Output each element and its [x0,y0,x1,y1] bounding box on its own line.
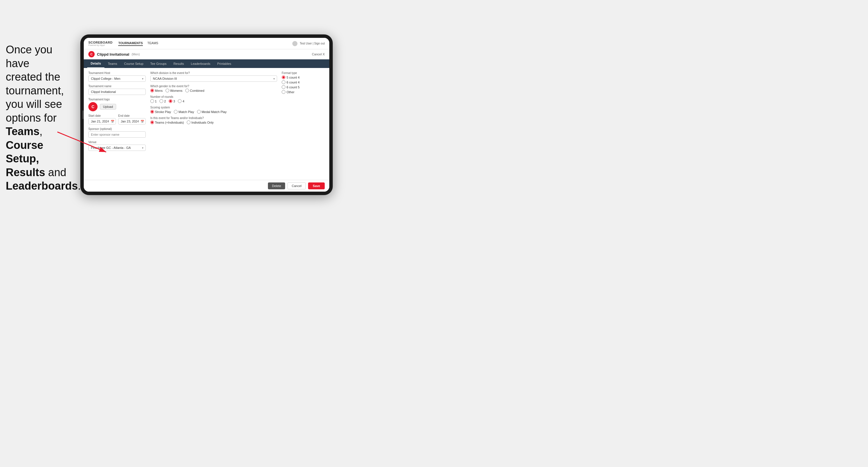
top-nav: SCOREBOARD Powered by clippd TOURNAMENTS… [84,38,329,49]
tab-teams[interactable]: Teams [104,60,121,68]
gender-group: Which gender is the event for? Mens Wome… [150,85,277,92]
form-col-left: Tournament Host Clippd College - Men Tou… [88,71,146,177]
gender-womens-radio[interactable] [165,89,169,92]
instruction-line1: Once you havecreated thetournament,you w… [6,43,64,124]
tournament-logo-letter: C [90,53,93,56]
venue-group: Venue Peachtree GC - Atlanta - GA [88,141,146,151]
rounds-3[interactable]: 3 [169,99,175,103]
venue-select[interactable]: Peachtree GC - Atlanta - GA [88,145,146,151]
rounds-3-label: 3 [173,99,175,103]
format-6count4[interactable]: 6 count 4 [282,80,325,84]
tablet-screen: SCOREBOARD Powered by clippd TOURNAMENTS… [84,38,329,192]
tab-leaderboards[interactable]: Leaderboards [187,60,214,68]
scoring-match[interactable]: Match Play [174,110,194,114]
end-calendar-icon: 📅 [141,120,144,123]
format-5count4[interactable]: 5 count 4 [282,75,325,79]
scoring-stroke-label: Stroke Play [155,110,171,114]
user-info: Test User | Sign out [300,42,325,45]
scoring-stroke-radio[interactable] [150,110,154,114]
logo-text: SCOREBOARD [88,41,113,44]
format-label: Format type [282,71,325,74]
format-other[interactable]: Other [282,90,325,94]
tab-tee-groups[interactable]: Tee Groups [147,60,170,68]
start-calendar-icon: 📅 [111,120,114,123]
scoring-match-radio[interactable] [174,110,178,114]
end-date-wrapper: 📅 [118,118,146,124]
rounds-1-label: 1 [155,99,157,103]
format-6count5-radio[interactable] [282,85,285,89]
upload-button[interactable]: Upload [100,104,116,110]
logo-label: Tournament logo [88,98,146,101]
rounds-3-radio[interactable] [169,99,173,103]
rounds-2-radio[interactable] [159,99,163,103]
tab-course-setup[interactable]: Course Setup [121,60,147,68]
tab-printables[interactable]: Printables [214,60,235,68]
gender-womens[interactable]: Womens [165,89,182,92]
gender-mens-label: Mens [155,89,163,92]
format-5count4-radio[interactable] [282,75,285,79]
tab-results[interactable]: Results [170,60,188,68]
format-6count5[interactable]: 6 count 5 [282,85,325,89]
form-col-mid: Which division is the event for? NCAA Di… [150,71,277,177]
scoring-medal-label: Medal Match Play [202,110,227,114]
rounds-1[interactable]: 1 [150,99,157,103]
name-label: Tournament name [88,85,146,88]
division-select-wrapper: NCAA Division III [150,75,277,82]
host-select-wrapper: Clippd College - Men [88,75,146,82]
scoring-radio-group: Stroke Play Match Play Medal Match Play [150,110,277,114]
format-other-radio[interactable] [282,90,285,94]
instruction-comma1: , [39,125,43,137]
instruction-text: Once you havecreated thetournament,you w… [0,37,74,199]
format-other-label: Other [286,90,294,94]
nav-teams[interactable]: TEAMS [148,41,158,46]
date-row: Start date 📅 End date 📅 [88,114,146,124]
gender-combined-radio[interactable] [185,89,189,92]
cancel-button[interactable]: Cancel [287,182,306,189]
delete-button[interactable]: Delete [268,182,285,189]
rounds-2[interactable]: 2 [159,99,166,103]
gender-mens-radio[interactable] [150,89,154,92]
nav-right: Test User | Sign out [292,41,325,46]
rounds-label: Number of rounds [150,95,277,98]
teams-plus-individuals[interactable]: Teams (+Individuals) [150,121,184,124]
format-6count5-label: 6 count 5 [286,86,300,89]
rounds-1-radio[interactable] [150,99,154,103]
name-group: Tournament name [88,85,146,95]
gender-mens[interactable]: Mens [150,89,163,92]
tab-details[interactable]: Details [87,59,104,68]
scoring-medal-radio[interactable] [197,110,201,114]
side-handle [83,111,84,119]
nav-tournaments[interactable]: TOURNAMENTS [118,41,143,46]
format-6count4-radio[interactable] [282,80,285,84]
instruction-teams: Teams [6,125,39,137]
end-date-group: End date 📅 [118,114,146,124]
teams-plus-radio[interactable] [150,121,154,124]
scoring-label: Scoring system [150,106,277,109]
division-select[interactable]: NCAA Division III [150,75,277,82]
venue-label: Venue [88,141,146,144]
save-button[interactable]: Save [308,182,325,189]
bottom-bar: Delete Cancel Save [84,180,329,192]
format-group: Format type 5 count 4 6 count 4 6 count … [282,71,325,94]
cancel-tournament-button[interactable]: Cancel X [312,53,325,56]
name-input[interactable] [88,89,146,95]
rounds-4[interactable]: 4 [178,99,184,103]
format-6count4-label: 6 count 4 [286,81,300,84]
gender-label: Which gender is the event for? [150,85,277,88]
nav-links: TOURNAMENTS TEAMS [118,41,158,46]
logo-group: Tournament logo C Upload [88,98,146,111]
host-label: Tournament Host [88,71,146,74]
tournament-header: C Clippd Invitational (Men) Cancel X [84,49,329,59]
individuals-only[interactable]: Individuals Only [187,121,214,124]
rounds-4-label: 4 [182,99,184,103]
scoring-medal[interactable]: Medal Match Play [197,110,227,114]
start-date-wrapper: 📅 [88,118,116,124]
rounds-4-radio[interactable] [178,99,182,103]
individuals-only-radio[interactable] [187,121,190,124]
dates-group: Start date 📅 End date 📅 [88,114,146,124]
gender-combined[interactable]: Combined [185,89,204,92]
scoring-stroke[interactable]: Stroke Play [150,110,171,114]
start-date-group: Start date 📅 [88,114,116,124]
sponsor-input[interactable] [88,131,146,138]
host-select[interactable]: Clippd College - Men [88,75,146,82]
